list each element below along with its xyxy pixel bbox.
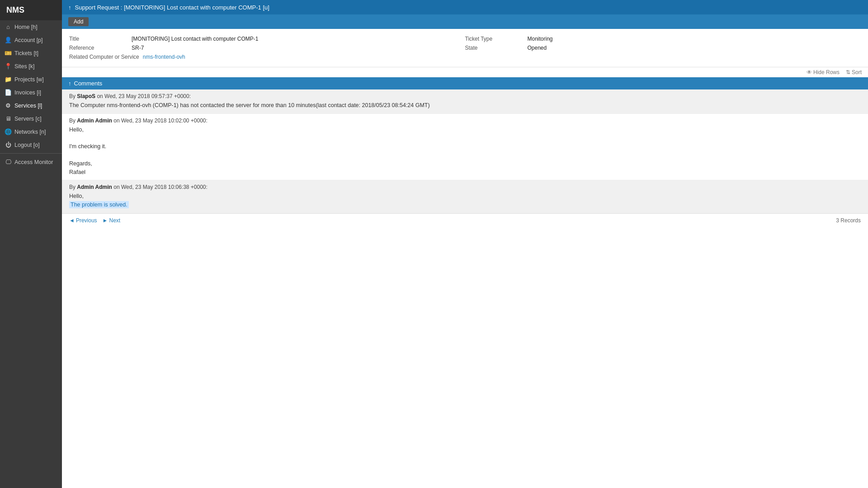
comment-3-author: Admin Admin — [77, 184, 112, 190]
comment-1: By SlapoS on Wed, 23 May 2018 09:57:37 +… — [62, 89, 868, 114]
comment-1-date: on — [97, 93, 104, 99]
comment-1-author: SlapoS — [77, 93, 95, 99]
ticket-details-right: Ticket Type Monitoring State Opened — [465, 34, 861, 61]
comment-2-date: on — [113, 117, 121, 124]
sidebar-item-label: Projects [w] — [14, 76, 44, 83]
comment-3-date: on — [113, 184, 121, 190]
comment-2-by: By Admin Admin on Wed, 23 May 2018 10:02… — [69, 117, 861, 124]
sidebar-item-label: Home [h] — [14, 24, 38, 30]
access-monitor-icon: 🖵 — [5, 159, 12, 165]
reference-label: Reference — [69, 45, 128, 51]
sidebar-divider — [0, 153, 62, 154]
sort-icon: ⇅ — [846, 69, 850, 75]
related-label: Related Computer or Service — [69, 54, 139, 60]
ticket-type-row: Ticket Type Monitoring — [465, 34, 861, 43]
state-value: Opened — [528, 45, 547, 51]
sidebar-item-networks[interactable]: 🌐 Networks [n] — [0, 125, 62, 138]
sidebar-item-label: Invoices [i] — [14, 89, 41, 96]
state-row: State Opened — [465, 43, 861, 52]
comment-3-highlighted: The problem is solved. — [69, 201, 129, 208]
logout-icon: ⏻ — [5, 141, 12, 148]
topbar-arrow-icon: ↑ — [68, 4, 71, 11]
servers-icon: 🖥 — [5, 115, 12, 122]
home-icon: ⌂ — [5, 23, 12, 30]
pagination-bar: ◄ Previous ► Next 3 Records — [62, 213, 868, 227]
next-icon: ► — [103, 217, 108, 224]
comment-3-text-hello: Hello, — [69, 193, 84, 199]
add-button[interactable]: Add — [68, 17, 89, 26]
sidebar-item-home[interactable]: ⌂ Home [h] — [0, 20, 62, 33]
content-area: Title [MONITORING] Lost contact with com… — [62, 29, 868, 488]
sort-button[interactable]: ⇅ Sort — [846, 69, 862, 75]
hide-rows-button[interactable]: 👁 Hide Rows — [807, 69, 840, 75]
tickets-icon: 🎫 — [5, 50, 12, 56]
title-value: [MONITORING] Lost contact with computer … — [132, 36, 259, 42]
next-label: Next — [109, 217, 120, 224]
comment-1-date-value: Wed, 23 May 2018 09:57:37 +0000: — [104, 93, 191, 99]
invoices-icon: 📄 — [5, 89, 12, 96]
sidebar-item-tickets[interactable]: 🎫 Tickets [t] — [0, 47, 62, 60]
comment-2-author: Admin Admin — [77, 117, 112, 124]
next-button[interactable]: ► Next — [103, 217, 121, 224]
sidebar: NMS ⌂ Home [h] 👤 Account [p] 🎫 Tickets [… — [0, 0, 62, 488]
sidebar-item-sites[interactable]: 📍 Sites [k] — [0, 60, 62, 73]
previous-label: Previous — [76, 217, 97, 224]
sidebar-item-logout[interactable]: ⏻ Logout [o] — [0, 138, 62, 151]
topbar-breadcrumb: Support Request : [MONITORING] Lost cont… — [75, 4, 269, 11]
sidebar-item-label: Servers [c] — [14, 116, 42, 122]
state-label: State — [465, 45, 524, 51]
sidebar-item-account[interactable]: 👤 Account [p] — [0, 33, 62, 47]
sidebar-item-servers[interactable]: 🖥 Servers [c] — [0, 112, 62, 125]
main-content: ↑ Support Request : [MONITORING] Lost co… — [62, 0, 868, 488]
sidebar-item-projects[interactable]: 📁 Projects [w] — [0, 73, 62, 86]
records-count: 3 Records — [836, 217, 861, 224]
app-logo: NMS — [0, 0, 62, 20]
services-icon: ⚙ — [5, 102, 12, 109]
networks-icon: 🌐 — [5, 128, 12, 135]
related-value[interactable]: nms-frontend-ovh — [143, 54, 185, 60]
comment-2: By Admin Admin on Wed, 23 May 2018 10:02… — [62, 114, 868, 181]
comments-arrow-icon: ↑ — [68, 80, 71, 87]
hide-rows-label: Hide Rows — [813, 69, 840, 75]
title-label: Title — [69, 36, 128, 42]
reference-row: Reference SR-7 — [69, 43, 465, 52]
comment-1-by: By SlapoS on Wed, 23 May 2018 09:57:37 +… — [69, 93, 861, 99]
sidebar-item-invoices[interactable]: 📄 Invoices [i] — [0, 86, 62, 99]
ticket-type-value: Monitoring — [528, 36, 553, 42]
comment-3-date-value: Wed, 23 May 2018 10:06:38 +0000: — [121, 184, 208, 190]
hide-rows-icon: 👁 — [807, 69, 812, 75]
related-row: Related Computer or Service nms-frontend… — [69, 52, 465, 61]
ticket-type-label: Ticket Type — [465, 36, 524, 42]
projects-icon: 📁 — [5, 76, 12, 83]
tools-bar: 👁 Hide Rows ⇅ Sort — [62, 67, 868, 77]
topbar: ↑ Support Request : [MONITORING] Lost co… — [62, 0, 868, 14]
sidebar-item-label: Account [p] — [14, 37, 43, 43]
previous-icon: ◄ — [69, 217, 75, 224]
sidebar-item-services[interactable]: ⚙ Services [l] — [0, 99, 62, 112]
sidebar-item-access-monitor[interactable]: 🖵 Access Monitor — [0, 155, 62, 169]
sidebar-item-label: Services [l] — [14, 103, 42, 109]
previous-button[interactable]: ◄ Previous — [69, 217, 97, 224]
comments-header: ↑ Comments — [62, 77, 868, 89]
page-controls: ◄ Previous ► Next — [69, 217, 120, 224]
sort-label: Sort — [852, 69, 862, 75]
sidebar-item-label: Access Monitor — [14, 159, 53, 165]
comments-header-label: Comments — [74, 80, 103, 87]
account-icon: 👤 — [5, 37, 12, 43]
ticket-details-left: Title [MONITORING] Lost contact with com… — [69, 34, 465, 61]
sidebar-item-label: Tickets [t] — [14, 50, 38, 56]
comment-3-text: Hello, The problem is solved. — [69, 192, 861, 209]
comment-1-text: The Computer nms-frontend-ovh (COMP-1) h… — [69, 101, 861, 110]
ticket-details: Title [MONITORING] Lost contact with com… — [62, 29, 868, 67]
sidebar-item-label: Logout [o] — [14, 142, 40, 148]
comment-2-date-value: Wed, 23 May 2018 10:02:00 +0000: — [121, 117, 208, 124]
comment-3-by: By Admin Admin on Wed, 23 May 2018 10:06… — [69, 184, 861, 190]
sidebar-item-label: Networks [n] — [14, 129, 46, 135]
reference-value: SR-7 — [132, 45, 144, 51]
comment-3: By Admin Admin on Wed, 23 May 2018 10:06… — [62, 180, 868, 213]
actionbar: Add — [62, 14, 868, 29]
sites-icon: 📍 — [5, 63, 12, 70]
title-row: Title [MONITORING] Lost contact with com… — [69, 34, 465, 43]
sidebar-item-label: Sites [k] — [14, 63, 34, 70]
comment-2-text: Hello, I'm checking it. Regards, Rafael — [69, 126, 861, 177]
